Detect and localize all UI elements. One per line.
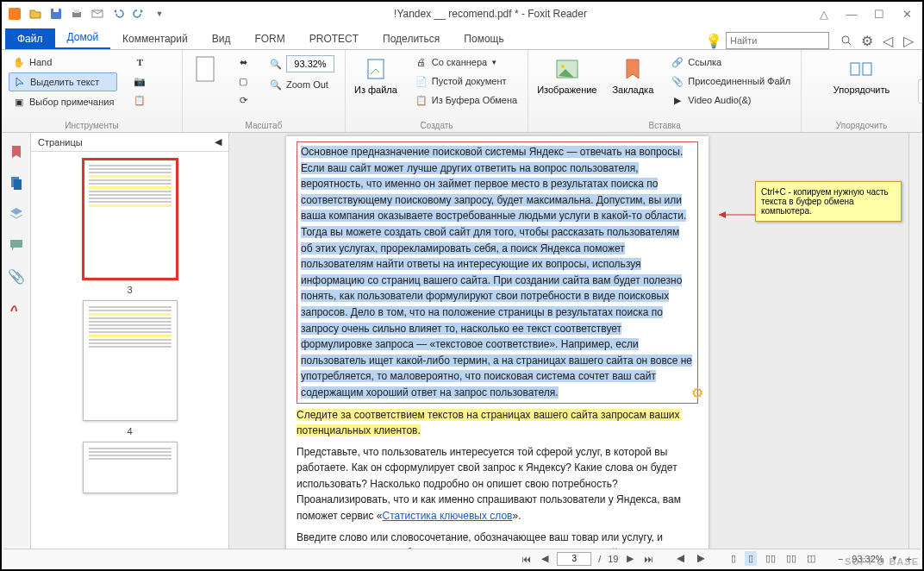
cursor-icon xyxy=(13,75,27,89)
organize-button[interactable]: Упорядочить xyxy=(832,53,891,97)
bookmark-button[interactable]: Закладка xyxy=(610,53,655,97)
keyword-stats-link[interactable]: Статистика ключевых слов xyxy=(383,510,513,522)
from-scanner-button[interactable]: 🖨Со сканнера ▼ xyxy=(411,53,521,71)
tab-share[interactable]: Поделиться xyxy=(371,28,452,49)
watermark: SOFT ⊘ BASE xyxy=(845,556,919,568)
paragraph-2[interactable]: Представьте, что пользователь интересует… xyxy=(297,444,698,524)
clipboard-icon: 📋 xyxy=(415,93,428,107)
tab-home[interactable]: Домой xyxy=(55,27,111,49)
prev-icon[interactable]: ◁ xyxy=(879,32,896,49)
selected-text-block[interactable]: Основное предназначение поисковой систем… xyxy=(297,141,698,404)
qat-dropdown-icon[interactable]: ▼ xyxy=(150,4,169,23)
vertical-scrollbar[interactable] xyxy=(908,133,922,549)
video-audio-button[interactable]: ▶Video Audio(&) xyxy=(667,91,794,109)
attachments-panel-icon[interactable]: 📎 xyxy=(6,266,27,286)
image-button[interactable]: Изображение xyxy=(535,53,598,97)
snapshot-tool[interactable]: 📷 xyxy=(129,72,150,90)
tab-view[interactable]: Вид xyxy=(200,28,243,49)
zoom-out-status-icon[interactable]: − xyxy=(836,554,845,564)
document-viewport[interactable]: Основное предназначение поисковой систем… xyxy=(229,133,922,549)
thumbnail-3[interactable] xyxy=(83,159,178,279)
group-label-tools: Инструменты xyxy=(9,119,175,130)
camera-icon: 📷 xyxy=(133,74,147,88)
thumb-label-4: 4 xyxy=(127,426,132,436)
group-label-organize: Упорядочить xyxy=(808,119,915,130)
zoom-input[interactable] xyxy=(286,55,334,72)
nav-back-icon[interactable]: ⯇ xyxy=(675,554,688,564)
organize-icon xyxy=(848,55,876,83)
group-label-create: Создать xyxy=(353,119,521,130)
save-icon[interactable] xyxy=(47,4,66,23)
highlighted-text[interactable]: Следите за соответствием текстов на стра… xyxy=(297,409,680,437)
thumbnail-4[interactable] xyxy=(83,300,178,421)
bookmarks-panel-icon[interactable] xyxy=(6,141,27,162)
from-file-button[interactable]: Из файла xyxy=(353,53,399,97)
layers-panel-icon[interactable] xyxy=(6,204,27,224)
panel-title: Страницы xyxy=(38,137,83,147)
single-page-icon[interactable]: ▯ xyxy=(729,553,738,564)
svg-point-10 xyxy=(561,65,565,68)
redo-icon[interactable] xyxy=(129,4,148,23)
select-text-tool[interactable]: Выделить текст xyxy=(9,72,117,91)
minimize-icon[interactable]: — xyxy=(840,4,864,23)
zoom-out-button[interactable]: 🔍Zoom Out xyxy=(265,76,338,93)
from-clipboard-button[interactable]: 📋Из Буфера Обмена xyxy=(411,91,521,109)
fit-width-button[interactable]: ⬌ xyxy=(233,53,253,71)
facing-icon[interactable]: ▯▯ xyxy=(764,553,777,564)
maximize-icon[interactable]: ☐ xyxy=(867,4,891,23)
fit-visible-button[interactable]: ▢ xyxy=(233,72,253,90)
bookmark-icon xyxy=(619,55,646,83)
panel-collapse-icon[interactable]: ◀ xyxy=(215,136,222,147)
next-page-icon[interactable]: ▶ xyxy=(625,553,635,564)
continuous-facing-icon[interactable]: ▯▯ xyxy=(784,553,798,564)
file-tab[interactable]: Файл xyxy=(5,28,55,49)
attach-icon: 📎 xyxy=(671,74,684,88)
paragraph-3[interactable]: Введите слово или словосочетание, обозна… xyxy=(297,530,698,549)
close-icon[interactable]: ✕ xyxy=(895,4,919,23)
email-icon[interactable] xyxy=(88,4,107,23)
zoom-in-button[interactable]: 🔍 xyxy=(265,53,338,74)
svg-point-6 xyxy=(842,36,849,43)
tab-form[interactable]: FORM xyxy=(242,28,297,49)
first-page-icon[interactable]: ⏮ xyxy=(520,554,533,564)
tab-comment[interactable]: Комментарий xyxy=(110,28,200,49)
prev-page-icon[interactable]: ◀ xyxy=(540,553,550,564)
tab-help[interactable]: Помощь xyxy=(452,28,515,49)
fit-page-button[interactable] xyxy=(190,53,221,85)
hand-tool[interactable]: ✋Hand xyxy=(9,53,117,71)
gear-icon[interactable]: ⚙ xyxy=(858,32,876,49)
link-button[interactable]: 🔗Ссылка xyxy=(667,53,794,71)
comments-panel-icon[interactable] xyxy=(6,235,27,255)
print-icon[interactable] xyxy=(67,4,86,23)
last-page-icon[interactable]: ⏭ xyxy=(642,554,655,564)
signatures-panel-icon[interactable] xyxy=(6,297,27,317)
attach-file-button[interactable]: 📎Присоединенный Файл xyxy=(667,72,794,90)
svg-rect-4 xyxy=(74,9,79,13)
next-icon[interactable]: ▷ xyxy=(900,32,917,49)
rotate-button[interactable]: ⟳ xyxy=(233,91,253,109)
undo-icon[interactable] xyxy=(109,4,128,23)
svg-rect-7 xyxy=(197,57,214,81)
select-annotation-tool[interactable]: ▣Выбор примечания xyxy=(9,93,117,110)
open-icon[interactable] xyxy=(26,4,45,23)
panel-resize-handle[interactable] xyxy=(918,79,924,104)
clipboard-tool[interactable]: 📋 xyxy=(129,91,150,109)
search-options-icon[interactable] xyxy=(838,32,855,49)
hand-icon: ✋ xyxy=(12,55,26,69)
edit-gear-icon[interactable]: ⚙ xyxy=(691,383,703,405)
clipboard-icon: 📋 xyxy=(133,93,147,107)
search-input[interactable] xyxy=(726,32,829,49)
split-icon[interactable]: ◫ xyxy=(805,553,817,564)
collapse-ribbon-icon[interactable]: △ xyxy=(812,4,836,23)
nav-fwd-icon[interactable]: ⯈ xyxy=(695,554,708,564)
tab-protect[interactable]: PROTECT xyxy=(297,28,371,49)
bulb-icon[interactable]: 💡 xyxy=(705,32,722,49)
continuous-icon[interactable]: ▯ xyxy=(745,551,757,566)
zoom-in-icon: 🔍 xyxy=(269,57,283,71)
typewriter-tool[interactable]: T xyxy=(129,53,150,71)
page-number-input[interactable] xyxy=(557,552,591,566)
thumbnail-5[interactable] xyxy=(83,442,178,493)
pages-panel-icon[interactable] xyxy=(6,173,27,193)
blank-doc-button[interactable]: 📄Пустой документ xyxy=(411,72,521,90)
group-label-insert: Вставка xyxy=(535,119,794,130)
